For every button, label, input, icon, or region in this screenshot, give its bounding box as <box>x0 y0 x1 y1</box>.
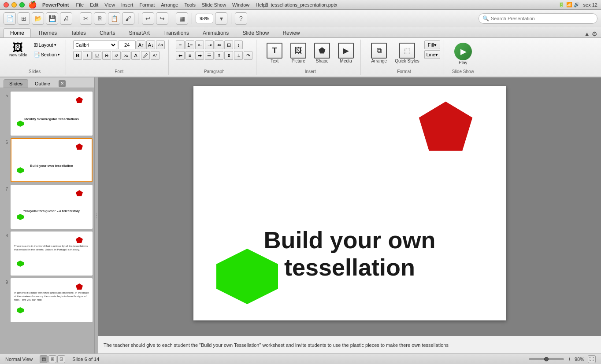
format-paint-button[interactable]: 🖌 <box>122 12 134 25</box>
list-item[interactable]: 7 "Calçada Portuguesa" – a brief history <box>2 185 93 229</box>
indent-increase[interactable]: ⇥ <box>205 40 214 49</box>
minimize-button[interactable] <box>11 2 17 7</box>
window-controls[interactable] <box>4 2 25 7</box>
menu-view[interactable]: View <box>102 1 118 8</box>
list-item[interactable]: 8 There is a c'ts in the world that is u… <box>2 232 93 276</box>
text-button[interactable]: T Text <box>263 40 286 66</box>
arrange-button[interactable]: ⧉ Arrange <box>368 40 390 66</box>
align-center[interactable]: ≡ <box>185 51 194 60</box>
save-button[interactable]: 💾 <box>46 12 58 25</box>
valign-top[interactable]: ⇑ <box>215 51 223 60</box>
search-input[interactable] <box>491 16 594 21</box>
font-family-select[interactable]: Calibri <box>73 40 117 49</box>
shadow-button[interactable]: A⁺ <box>151 51 160 60</box>
list-item[interactable]: 9 In general it's made with white and bl… <box>2 278 93 322</box>
copy-button[interactable]: ⎘ <box>94 12 106 25</box>
media-button[interactable]: ▶ Media <box>335 40 357 66</box>
italic-button[interactable]: I <box>83 51 92 60</box>
valign-bottom[interactable]: ⇓ <box>234 51 243 60</box>
align-left[interactable]: ⬅ <box>176 51 185 60</box>
play-button[interactable]: ▶ Play <box>451 40 475 67</box>
bullets-button[interactable]: ≡ <box>176 40 185 49</box>
menu-bar[interactable]: File Edit View Insert Format Arrange Too… <box>74 1 268 8</box>
tab-home[interactable]: Home <box>4 28 31 37</box>
zoom-minus-icon[interactable]: − <box>522 356 526 362</box>
slide-canvas[interactable]: Build your own tessellation <box>193 86 506 320</box>
red-pentagon-shape[interactable] <box>416 99 475 159</box>
menu-window[interactable]: Window <box>230 1 252 8</box>
close-button[interactable] <box>4 2 9 7</box>
zoom-dropdown[interactable]: ▾ <box>215 12 227 25</box>
list-item[interactable]: 5 Identify SemiRegular Tessellations <box>2 92 93 136</box>
slide-thumbnail-5[interactable]: Identify SemiRegular Tessellations <box>11 92 93 136</box>
panel-resize-handle[interactable] <box>95 77 98 353</box>
print-button[interactable]: 🖨 <box>60 12 72 25</box>
superscript-button[interactable]: X² <box>112 51 121 60</box>
clear-format-button[interactable]: Aa <box>156 40 165 49</box>
zoom-plus-icon[interactable]: + <box>568 356 571 362</box>
tab-smartart[interactable]: SmartArt <box>122 28 156 37</box>
bold-button[interactable]: B <box>73 51 82 60</box>
new-slide-button[interactable]: 🖼 New Slide <box>7 41 30 59</box>
ribbon-collapse-icon[interactable]: ▲ <box>584 30 590 37</box>
paste-button[interactable]: 📋 <box>108 12 120 25</box>
help-button[interactable]: ? <box>235 12 247 25</box>
zoom-slider[interactable] <box>529 358 564 360</box>
strikethrough-button[interactable]: S <box>102 51 111 60</box>
menu-insert[interactable]: Insert <box>119 1 136 8</box>
search-box[interactable]: 🔍 <box>479 13 597 24</box>
indent-decrease[interactable]: ⇤ <box>195 40 204 49</box>
slide-thumbnail-9[interactable]: In general it's made with white and blac… <box>11 278 93 322</box>
presenter-view-button[interactable]: ⊡ <box>57 355 65 363</box>
tab-charts[interactable]: Charts <box>93 28 122 37</box>
picture-button[interactable]: 🖼 Picture <box>287 40 309 66</box>
media-placeholder-button[interactable]: ▦ <box>176 12 188 25</box>
layout-button[interactable]: ⊞ Layout ▾ <box>31 40 63 49</box>
menu-arrange[interactable]: Arrange <box>158 1 181 8</box>
panel-close-button[interactable]: ✕ <box>59 80 66 87</box>
align-justify[interactable]: ☰ <box>205 51 214 60</box>
notes-area[interactable]: The teacher should give to each student … <box>98 336 601 353</box>
font-color-button[interactable]: A <box>131 51 140 60</box>
slide-thumbnail-6[interactable]: Build your own tessellation <box>11 138 93 182</box>
ribbon-settings-icon[interactable]: ⚙ <box>592 30 597 37</box>
shape-button[interactable]: ⬟ Shape <box>311 40 333 66</box>
apple-icon[interactable]: 🍎 <box>28 0 37 9</box>
line-color-button[interactable]: Line▾ <box>424 50 440 59</box>
fullscreen-button[interactable]: ⛶ <box>588 355 596 363</box>
tab-tables[interactable]: Tables <box>64 28 93 37</box>
subscript-button[interactable]: X₂ <box>122 51 130 60</box>
rtl-button[interactable]: ⇐ <box>215 40 223 49</box>
highlight-button[interactable]: 🖊 <box>141 51 150 60</box>
open-button[interactable]: 📂 <box>32 12 44 25</box>
tab-slideshow[interactable]: Slide Show <box>236 28 275 37</box>
green-hexagon-shape[interactable] <box>216 248 278 306</box>
template-button[interactable]: ⊞ <box>18 12 30 25</box>
slide-thumbnail-8[interactable]: There is a c'ts in the world that is uni… <box>11 232 93 276</box>
font-size-decrease[interactable]: A↓ <box>146 40 155 49</box>
font-size-input[interactable] <box>118 40 136 49</box>
fill-color-button[interactable]: Fill▾ <box>424 40 440 49</box>
slides-tab[interactable]: Slides <box>4 79 28 88</box>
undo-button[interactable]: ↩ <box>142 12 154 25</box>
menu-format[interactable]: Format <box>137 1 157 8</box>
redo-button[interactable]: ↪ <box>156 12 168 25</box>
menu-edit[interactable]: Edit <box>87 1 101 8</box>
new-button[interactable]: 📄 <box>4 12 16 25</box>
outline-tab[interactable]: Outline <box>29 79 56 88</box>
line-spacing-button[interactable]: ↕ <box>234 40 243 49</box>
menu-tools[interactable]: Tools <box>182 1 198 8</box>
valign-middle[interactable]: ⇕ <box>224 51 233 60</box>
menu-slideshow[interactable]: Slide Show <box>199 1 229 8</box>
columns-button[interactable]: ⊟ <box>224 40 233 49</box>
zoom-input[interactable]: 98% <box>196 14 213 23</box>
menu-file[interactable]: File <box>74 1 87 8</box>
font-size-increase[interactable]: A↑ <box>137 40 145 49</box>
list-item[interactable]: 6 Build your own tessellation <box>2 138 93 182</box>
maximize-button[interactable] <box>19 2 25 7</box>
cut-button[interactable]: ✂ <box>80 12 92 25</box>
tab-transitions[interactable]: Transitions <box>157 28 196 37</box>
text-direction[interactable]: ↷ <box>244 51 252 60</box>
numbering-button[interactable]: 1≡ <box>185 40 194 49</box>
slide-sorter-button[interactable]: ⊞ <box>48 355 56 363</box>
